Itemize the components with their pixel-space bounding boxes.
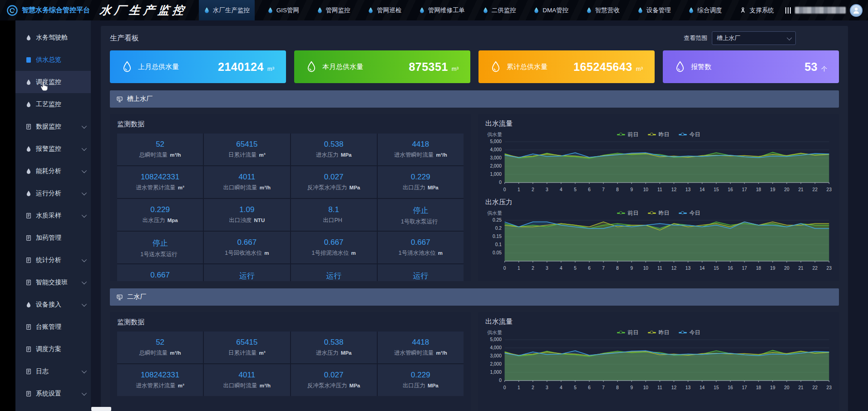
nav-item-9[interactable]: 综合调度 <box>683 0 727 20</box>
monitor-cell-unit: m³/h <box>170 152 181 158</box>
monitor-cell-caption: 总瞬时流量 m³/h <box>139 349 181 357</box>
monitor-cell-value: 4011 <box>239 173 256 182</box>
legend-marker <box>617 134 625 135</box>
monitor-cell: 运行 <box>291 264 377 281</box>
monitor-cell-caption: 进水压力 MPa <box>316 349 352 357</box>
sidebar-item-11[interactable]: 智能交接班 <box>15 271 91 293</box>
sidebar-item-2[interactable]: 调度监控 <box>15 71 91 93</box>
nav-item-2[interactable]: 管网监控 <box>312 0 355 20</box>
legend-item-昨日[interactable]: 昨日 <box>648 329 670 337</box>
nav-item-10[interactable]: 支撑系统 <box>735 0 779 20</box>
sidebar-item-5[interactable]: 报警监控 <box>15 138 91 160</box>
monitor-cell-unit: m³/h <box>260 185 271 190</box>
monitor-data-title: 监测数据 <box>110 114 471 134</box>
monitor-cell-unit: MPa <box>428 383 439 388</box>
nav-item-4[interactable]: 管网维修工单 <box>414 0 470 20</box>
nav-item-7[interactable]: 智慧营收 <box>581 0 625 20</box>
chevron-down-icon <box>82 390 87 395</box>
chart-block: 出水流量 供水量 前日昨日今日 01,0002,0003,0004,0005,0… <box>478 312 839 391</box>
monitor-cell-caption: 出口压力 MPa <box>403 184 439 192</box>
sidebar-item-12[interactable]: 设备接入 <box>15 293 91 316</box>
monitor-cell-value: 运行 <box>413 271 428 281</box>
legend-item-前日[interactable]: 前日 <box>617 329 639 337</box>
user-avatar[interactable] <box>850 4 863 17</box>
nav-item-8[interactable]: 设备管理 <box>632 0 676 20</box>
legend-item-前日[interactable]: 前日 <box>617 131 639 139</box>
scope-select[interactable]: 槽上水厂 <box>712 31 796 45</box>
monitor-cell-label: 出口浊度 <box>229 217 252 224</box>
document-icon <box>25 257 32 263</box>
nav-item-1[interactable]: GIS管网 <box>262 0 304 20</box>
board-icon <box>116 294 123 301</box>
monitor-cell-caption: 1号清水池水位 m <box>399 249 443 257</box>
sidebar-item-9[interactable]: 加药管理 <box>15 227 91 249</box>
monitor-cell: 4418 进水管瞬时流量 m³/h <box>378 134 464 165</box>
water-drop-icon <box>419 7 425 14</box>
sidebar-item-3[interactable]: 工艺监控 <box>15 93 91 115</box>
legend-item-昨日[interactable]: 昨日 <box>648 209 670 217</box>
monitor-cell-unit: Mpa <box>168 218 178 223</box>
legend-item-今日[interactable]: 今日 <box>679 131 700 139</box>
svg-text:22: 22 <box>813 187 818 192</box>
sidebar-item-1[interactable]: 供水总览 <box>15 49 91 71</box>
legend-item-今日[interactable]: 今日 <box>679 329 700 337</box>
sidebar-item-10[interactable]: 统计分析 <box>15 249 91 271</box>
svg-text:11: 11 <box>657 385 662 390</box>
sidebar-item-4[interactable]: 数据监控 <box>15 115 91 138</box>
nav-item-0[interactable]: 水厂生产监控 <box>199 0 255 20</box>
monitor-cell-caption: 出口浊度 NTU <box>229 217 265 224</box>
monitor-cell-caption: 出口压力 MPa <box>403 382 439 390</box>
nav-item-label: 管网巡检 <box>377 6 401 15</box>
monitor-cell-caption: 出水压力 Mpa <box>143 217 178 224</box>
monitor-cell-label: 1号取水泵运行 <box>401 218 438 226</box>
document-icon <box>25 124 32 130</box>
monitor-cell-label: 1号排泥池水位 <box>312 249 349 257</box>
monitor-cell-unit: m³ <box>178 185 184 190</box>
sidebar-item-0[interactable]: 水务驾驶舱 <box>15 26 91 49</box>
nav-item-6[interactable]: DMA管控 <box>528 0 573 20</box>
monitor-cell-value: 108242331 <box>141 173 179 182</box>
monitor-cell-label: 进水管累计流量 <box>136 184 176 192</box>
sidebar-item-15[interactable]: 日志 <box>15 360 91 382</box>
chart-title: 出水流量 <box>484 313 833 328</box>
svg-text:1: 1 <box>518 385 520 390</box>
svg-text:13: 13 <box>686 266 691 271</box>
nav-item-3[interactable]: 管网巡检 <box>363 0 406 20</box>
plant-sections: 槽上水厂 监测数据 52 总瞬时流量 m³/h 65415 日累计流量 m³ 0… <box>110 90 839 411</box>
svg-text:12: 12 <box>671 385 677 390</box>
sidebar-item-16[interactable]: 系统设置 <box>15 382 91 405</box>
sidebar-item-13[interactable]: 台账管理 <box>15 316 91 338</box>
app-logo[interactable]: 智慧水务综合管控平台 <box>6 5 90 16</box>
document-icon <box>25 279 32 286</box>
nav-item-5[interactable]: 二供监控 <box>478 0 521 20</box>
svg-text:23: 23 <box>827 187 832 192</box>
monitor-cell-unit: MPa <box>350 383 360 388</box>
sidebar-item-6[interactable]: 能耗分析 <box>15 160 91 182</box>
stat-card-2: 累计总供水量165245643m³ <box>478 50 655 83</box>
svg-text:0.25: 0.25 <box>493 218 502 223</box>
water-drop-icon <box>25 190 32 197</box>
monitor-cell-unit: m <box>264 250 269 256</box>
monitor-cell: 52 总瞬时流量 m³/h <box>117 134 203 165</box>
monitor-cell-caption: 进水管累计流量 m³ <box>136 382 184 390</box>
legend-label: 昨日 <box>659 329 670 337</box>
legend-item-前日[interactable]: 前日 <box>617 209 639 217</box>
horizontal-scrollbar-thumb[interactable] <box>91 407 111 411</box>
left-gutter <box>0 20 15 411</box>
sidebar-item-7[interactable]: 运行分析 <box>15 182 91 204</box>
svg-text:11: 11 <box>657 187 662 192</box>
menu-bars-icon[interactable] <box>785 7 791 14</box>
legend-item-昨日[interactable]: 昨日 <box>648 131 670 139</box>
sidebar-item-14[interactable]: 调度方案 <box>15 338 91 360</box>
monitor-cell: 0.667 1号排泥池水位 m <box>291 232 377 263</box>
monitor-cell-label: 进水压力 <box>316 151 339 159</box>
nav-item-label: 管网维修工单 <box>428 6 465 15</box>
legend-item-今日[interactable]: 今日 <box>679 209 700 217</box>
svg-text:6: 6 <box>588 385 591 390</box>
monitor-cell-value: 65415 <box>236 140 257 149</box>
app-shell: 水务驾驶舱供水总览调度监控工艺监控数据监控报警监控能耗分析运行分析水质采样加药管… <box>0 20 868 411</box>
sidebar-item-8[interactable]: 水质采样 <box>15 204 91 227</box>
username-redacted[interactable] <box>795 7 846 14</box>
monitor-cell-caption: 进水管瞬时流量 m³/h <box>394 151 447 159</box>
monitor-cell-label: 进水管累计流量 <box>136 382 176 390</box>
